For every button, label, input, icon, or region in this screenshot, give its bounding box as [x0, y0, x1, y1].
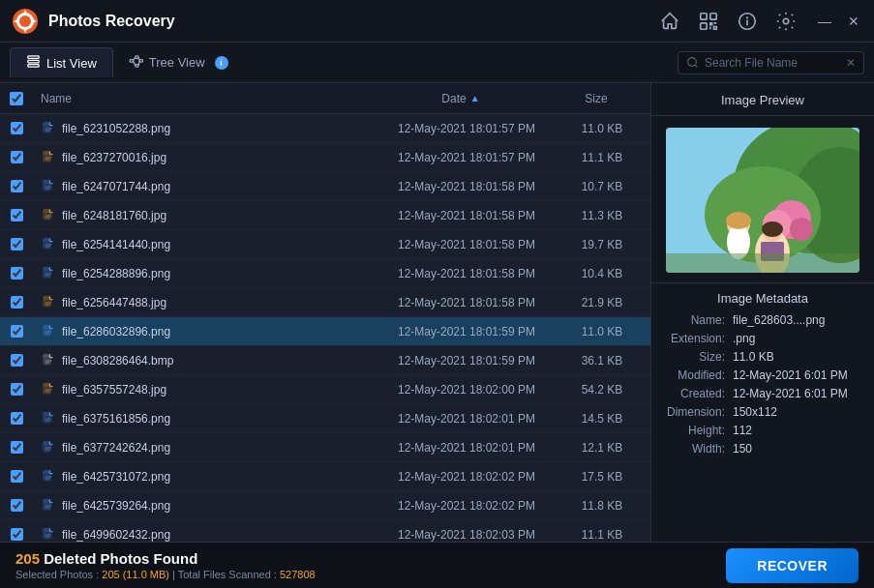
table-row[interactable]: file_6286032896.png 12-May-2021 18:01:59…: [0, 317, 650, 346]
row-checkbox[interactable]: [11, 151, 23, 163]
row-check-cell[interactable]: [0, 412, 33, 425]
file-name-label: file_6377242624.png: [62, 441, 170, 455]
row-checkbox[interactable]: [11, 412, 23, 425]
table-row[interactable]: file_6375161856.png 12-May-2021 18:02:01…: [0, 404, 650, 433]
file-type-icon: [41, 382, 56, 397]
svg-rect-76: [44, 499, 50, 502]
table-row[interactable]: file_6237270016.jpg 12-May-2021 18:01:57…: [0, 143, 650, 172]
row-check-cell[interactable]: [0, 267, 33, 279]
table-row[interactable]: file_6308286464.bmp 12-May-2021 18:01:59…: [0, 346, 650, 375]
row-date-cell: 12-May-2021 18:02:01 PM: [379, 441, 554, 455]
svg-rect-16: [139, 59, 142, 62]
size-column-header[interactable]: Size: [548, 92, 645, 105]
row-check-cell[interactable]: [0, 122, 33, 134]
table-row[interactable]: file_6248181760.jpg 12-May-2021 18:01:58…: [0, 201, 650, 230]
file-type-icon: [41, 527, 56, 543]
row-size-cell: 11.8 KB: [554, 499, 650, 513]
table-row[interactable]: file_6377242624.png 12-May-2021 18:02:01…: [0, 433, 650, 462]
select-all-cell[interactable]: [0, 92, 33, 105]
tree-view-label: Tree View: [149, 55, 205, 70]
row-check-cell[interactable]: [0, 296, 33, 309]
svg-rect-3: [701, 13, 707, 18]
home-icon[interactable]: [659, 11, 680, 32]
settings-icon[interactable]: [775, 11, 797, 32]
row-checkbox[interactable]: [11, 122, 23, 134]
row-checkbox[interactable]: [11, 441, 23, 454]
table-row[interactable]: file_6254288896.png 12-May-2021 18:01:58…: [0, 259, 650, 288]
tree-view-tab[interactable]: Tree View i: [113, 48, 244, 77]
svg-line-17: [133, 57, 136, 61]
meta-width-row: Width: 150: [663, 442, 862, 456]
table-row[interactable]: file_6499602432.png 12-May-2021 18:02:03…: [0, 520, 650, 542]
file-name-label: file_6254141440.png: [62, 238, 170, 251]
row-checkbox[interactable]: [11, 383, 23, 396]
row-name-cell: file_6377242624.png: [33, 440, 379, 456]
minimize-button[interactable]: —: [816, 14, 833, 29]
table-row[interactable]: file_6425739264.png 12-May-2021 18:02:02…: [0, 491, 650, 520]
row-check-cell[interactable]: [0, 528, 33, 541]
search-input[interactable]: [705, 56, 840, 70]
close-button[interactable]: ✕: [845, 14, 862, 29]
row-check-cell[interactable]: [0, 383, 33, 396]
row-checkbox[interactable]: [11, 209, 23, 221]
svg-point-21: [688, 58, 697, 67]
table-row[interactable]: file_6247071744.png 12-May-2021 18:01:58…: [0, 172, 650, 201]
row-check-cell[interactable]: [0, 180, 33, 192]
file-name-label: file_6248181760.jpg: [62, 209, 166, 222]
svg-rect-11: [28, 60, 39, 63]
window-controls: — ✕: [816, 14, 862, 29]
row-name-cell: file_6247071744.png: [33, 179, 379, 194]
table-row[interactable]: file_6357557248.jpg 12-May-2021 18:02:00…: [0, 375, 650, 404]
row-checkbox[interactable]: [11, 267, 23, 279]
table-row[interactable]: file_6256447488.jpg 12-May-2021 18:01:58…: [0, 288, 650, 317]
recover-button[interactable]: RECOVER: [726, 548, 859, 583]
row-checkbox[interactable]: [11, 325, 23, 338]
table-row[interactable]: file_6254141440.png 12-May-2021 18:01:58…: [0, 230, 650, 259]
svg-point-9: [783, 18, 789, 24]
row-date-cell: 12-May-2021 18:01:58 PM: [379, 296, 554, 309]
list-view-tab[interactable]: List View: [10, 47, 113, 77]
status-left: 205 Deleted Photos Found Selected Photos…: [15, 550, 316, 580]
meta-height-row: Height: 112: [663, 424, 862, 437]
table-row[interactable]: file_6425731072.png 12-May-2021 18:02:02…: [0, 462, 650, 491]
row-checkbox[interactable]: [11, 470, 23, 483]
row-checkbox[interactable]: [11, 238, 23, 250]
table-row[interactable]: file_6231052288.png 12-May-2021 18:01:57…: [0, 114, 650, 143]
select-all-checkbox[interactable]: [10, 92, 23, 105]
svg-point-93: [790, 218, 813, 241]
scan-icon[interactable]: [698, 11, 719, 32]
row-check-cell[interactable]: [0, 354, 33, 367]
row-checkbox[interactable]: [11, 296, 23, 309]
file-type-icon: [41, 150, 56, 165]
row-date-cell: 12-May-2021 18:01:57 PM: [379, 122, 554, 135]
row-checkbox[interactable]: [11, 180, 23, 192]
row-check-cell[interactable]: [0, 499, 33, 512]
info-icon[interactable]: [737, 11, 758, 32]
row-checkbox[interactable]: [11, 499, 23, 512]
row-date-cell: 12-May-2021 18:02:02 PM: [379, 470, 554, 484]
sort-arrow-icon: ▲: [470, 93, 480, 103]
svg-rect-56: [44, 354, 50, 357]
row-check-cell[interactable]: [0, 470, 33, 483]
search-clear-button[interactable]: ✕: [846, 56, 856, 70]
svg-line-20: [138, 60, 139, 65]
date-column-header[interactable]: Date ▲: [374, 92, 548, 105]
row-check-cell[interactable]: [0, 209, 33, 221]
row-name-cell: file_6425731072.png: [33, 469, 379, 485]
row-check-cell[interactable]: [0, 325, 33, 338]
row-checkbox[interactable]: [11, 528, 23, 541]
tree-view-badge: i: [215, 56, 228, 70]
row-size-cell: 36.1 KB: [554, 354, 650, 368]
svg-rect-101: [666, 253, 859, 273]
app-title: Photos Recovery: [48, 13, 659, 30]
row-check-cell[interactable]: [0, 441, 33, 454]
table-header: Name Date ▲ Size: [0, 83, 650, 114]
svg-rect-52: [44, 325, 50, 328]
row-size-cell: 10.7 KB: [554, 180, 650, 193]
row-check-cell[interactable]: [0, 151, 33, 163]
row-check-cell[interactable]: [0, 238, 33, 250]
preview-panel: Image Preview: [651, 83, 874, 542]
file-type-icon: [41, 353, 56, 368]
row-checkbox[interactable]: [11, 354, 23, 367]
row-size-cell: 11.1 KB: [554, 151, 650, 164]
